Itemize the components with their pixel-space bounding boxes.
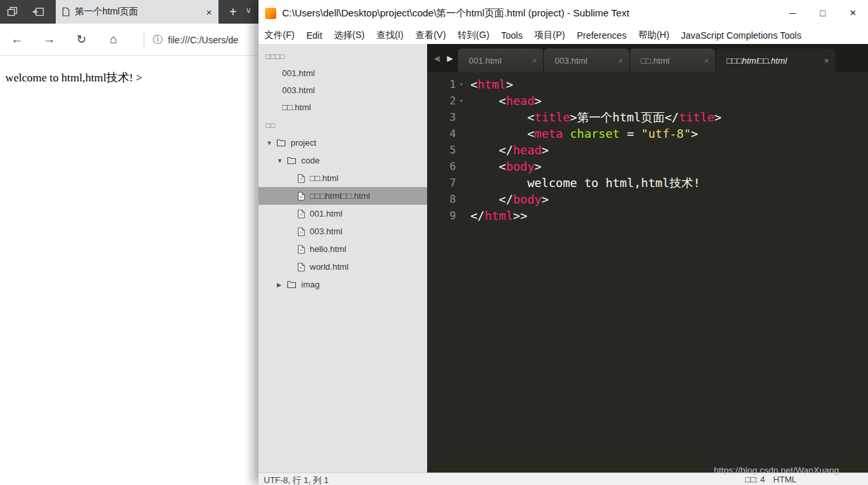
tree-file-row[interactable]: world.html [258,258,427,276]
open-file-item[interactable]: 001.html [258,65,427,82]
tree-file-row[interactable]: hello.html [258,240,427,258]
line-number: 2 [430,93,456,109]
chevron-down-icon[interactable]: ▼ [266,140,276,146]
editor-tab[interactable]: □□□html□□.html× [716,49,835,72]
tab-close-icon[interactable]: × [704,56,709,66]
menu-item[interactable]: JavaScript Completions Tools [675,30,807,41]
tab-scroll-right-icon[interactable]: ▶ [447,54,453,63]
refresh-button[interactable]: ↻ [70,24,93,55]
line-number: 5 [430,142,456,158]
code-token: = [620,127,642,140]
code-token: > [691,127,698,140]
tree-file-row[interactable]: 003.html [258,222,427,240]
folder-icon [287,156,297,165]
code-token: < [470,159,506,173]
code-line: 2▾ <head> [430,93,868,109]
tree-folder-row[interactable]: ▶imag [258,276,427,293]
code-token: </ [470,192,513,206]
line-number: 9 [430,207,456,224]
fold-spacer [456,109,466,125]
code-token: >> [513,209,527,222]
menu-item[interactable]: 帮助(H) [632,30,675,41]
tab-close-icon[interactable]: × [824,56,829,66]
status-tab-size[interactable]: □□: 4 [745,474,765,484]
menu-item[interactable]: 选择(S) [328,30,371,41]
set-tabs-aside-icon[interactable] [31,7,45,17]
menu-item[interactable]: Tools [495,30,529,41]
fold-arrow-icon[interactable]: ▾ [456,93,466,109]
menu-item[interactable]: 转到(G) [452,30,495,41]
editor-tab[interactable]: □□.html× [630,49,715,72]
menu-item[interactable]: Edit [300,30,328,41]
tab-close-icon[interactable]: × [618,56,623,66]
chevron-down-icon[interactable]: ▼ [277,158,287,164]
maximize-button[interactable]: □ [808,0,838,26]
minimize-button[interactable]: ─ [777,0,808,26]
tree-folder-row[interactable]: ▼code [258,152,427,169]
title-bar[interactable]: C:\Users\dell\Desktop\project\code\第一个ht… [258,0,868,26]
file-icon [297,245,305,254]
code-line-content: <title>第一个html页面</title> [470,109,722,125]
file-icon [297,209,305,219]
tab-close-icon[interactable]: × [206,7,212,18]
browser-corner-icons [7,0,45,24]
code-token: > [535,94,542,108]
editor-tab[interactable]: 003.html× [544,49,629,72]
menu-item[interactable]: Preferences [571,30,632,41]
sidebar: □□□□ 001.html003.html□□.html □□ ▼project… [258,44,427,473]
tab-scroll-left-icon[interactable]: ◀ [434,54,440,63]
menu-item[interactable]: 文件(F) [258,30,300,41]
tree-file-row[interactable]: □□□html□□.html [258,187,427,205]
code-token: > [535,159,542,173]
code-token: 第一个html页面 [577,110,665,124]
menu-item[interactable]: 项目(P) [528,30,571,41]
tab-preview-icon[interactable] [7,7,20,17]
fold-spacer [456,175,466,191]
window-controls: ─ □ × [777,0,868,26]
address-bar[interactable]: ⓘ file:///C:/Users/de [144,30,258,49]
code-line: 3 <title>第一个html页面</title> [430,109,868,125]
main-area: □□□□ 001.html003.html□□.html □□ ▼project… [258,44,868,473]
open-file-item[interactable]: □□.html [258,99,427,116]
close-button[interactable]: × [838,0,868,26]
browser-tab[interactable]: 第一个html页面 × [56,0,218,24]
code-line-content: <body> [470,158,541,175]
code-line-content: <html> [470,76,513,93]
tab-close-icon[interactable]: × [532,56,537,66]
code-line: 7 welcome to html,html技术! [430,175,868,191]
status-syntax[interactable]: HTML [774,474,796,484]
code-token: head [513,143,541,157]
code-line-content: <meta charset = "utf-8"> [470,125,698,142]
code-token: welcome to html,html技术! [470,176,700,190]
forward-button[interactable]: → [37,24,61,55]
back-button[interactable]: ← [5,24,29,55]
tree-folder-row[interactable]: ▼project [258,134,427,152]
fold-arrow-icon[interactable]: ▾ [456,76,466,93]
line-number: 4 [430,125,456,142]
open-file-item[interactable]: 003.html [258,82,427,99]
editor-tab-label: 003.html [554,56,617,66]
line-number: 8 [430,191,456,207]
tree-item-label: hello.html [310,244,346,254]
editor-tab-bar: ◀ ▶ 001.html×003.html×□□.html×□□□html□□.… [427,44,868,72]
tree-item-label: project [291,138,316,148]
tree-file-row[interactable]: □□.html [258,169,427,187]
code-area[interactable]: 1▾<html>2▾ <head>3 <title>第一个html页面</tit… [427,72,868,473]
new-tab-button[interactable]: + [223,0,243,24]
chevron-right-icon[interactable]: ▶ [277,282,287,288]
menu-item[interactable]: 查看(V) [409,30,452,41]
open-files-header: □□□□ [258,47,427,65]
browser-window: 第一个html页面 × + ∨ ← → ↻ ⌂ ⓘ file:///C:/Use… [0,0,258,485]
info-icon[interactable]: ⓘ [153,33,163,46]
menu-item[interactable]: 查找(I) [371,30,409,41]
folder-tree: ▼project▼code□□.html□□□html□□.html001.ht… [258,134,427,293]
editor-tab[interactable]: 001.html× [458,49,543,72]
code-token: charset [570,127,620,140]
home-button[interactable]: ⌂ [102,24,125,55]
fold-spacer [456,207,466,224]
chevron-down-icon[interactable]: ∨ [245,5,252,15]
page-favicon-icon [62,7,70,16]
window-title: C:\Users\dell\Desktop\project\code\第一个ht… [282,7,629,20]
line-number: 7 [430,175,456,191]
tree-file-row[interactable]: 001.html [258,205,427,222]
